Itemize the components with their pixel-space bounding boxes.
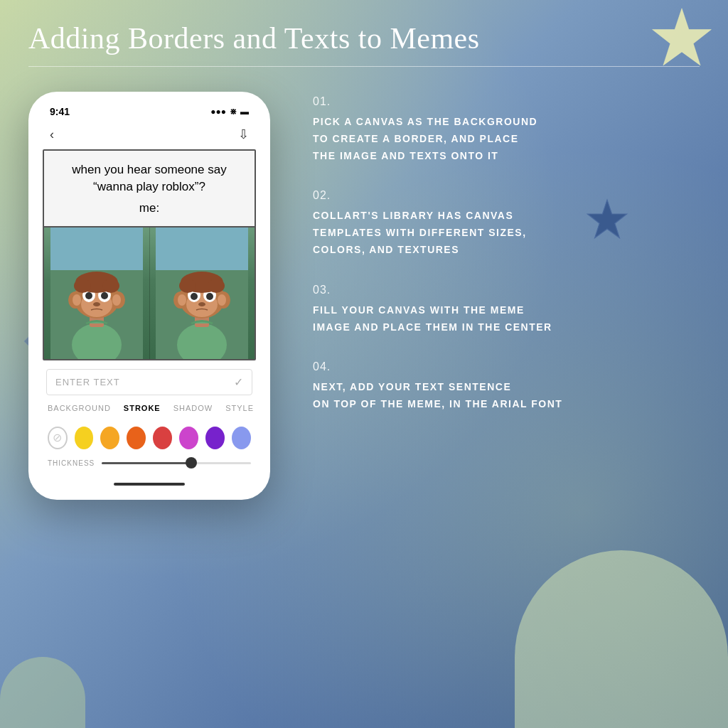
page-content: Adding Borders and Texts to Memes 9:41 ●… [0, 0, 728, 521]
phone-time: 9:41 [50, 106, 70, 117]
signal-icon: ●●● [210, 107, 226, 117]
phone-home-bar [114, 483, 185, 486]
checkmark-icon[interactable]: ✓ [234, 375, 243, 389]
tab-background[interactable]: BACKGROUND [48, 404, 111, 412]
svg-point-36 [191, 293, 198, 300]
thickness-slider-thumb[interactable] [186, 457, 197, 469]
text-input-section: ENTER TEXT ✓ BACKGROUND STROKE SHADOW ST… [39, 360, 259, 474]
svg-point-41 [208, 279, 225, 293]
thickness-slider-fill [102, 462, 191, 464]
color-none-swatch[interactable]: ⊘ [48, 427, 68, 449]
phone-container: 9:41 ●●● ⋇ ▬ ‹ ⇩ when you hear s [28, 92, 270, 500]
meme-text-line2: “wanna play roblox”? [51, 178, 247, 196]
status-icons: ●●● ⋇ ▬ [210, 107, 249, 117]
phone-status-bar: 9:41 ●●● ⋇ ▬ [39, 102, 259, 123]
svg-point-18 [101, 292, 108, 299]
svg-point-21 [74, 279, 91, 293]
instruction-04: 04. NEXT, ADD YOUR TEXT SENTENCEON TOP O… [313, 360, 700, 413]
title-divider [28, 66, 700, 67]
svg-point-19 [93, 302, 100, 306]
meme-text-line3: me: [51, 201, 247, 215]
instruction-02: 02. COLLART'S LIBRARY HAS CANVASTEMPLATE… [313, 189, 700, 258]
instruction-03-number: 03. [313, 284, 700, 296]
instruction-02-text: COLLART'S LIBRARY HAS CANVASTEMPLATES WI… [313, 208, 700, 258]
phone-mockup: 9:41 ●●● ⋇ ▬ ‹ ⇩ when you hear s [28, 92, 270, 500]
decorative-blob-right [515, 550, 728, 728]
monkey-left [44, 228, 150, 359]
instruction-03-text: FILL YOUR CANVAS WITH THE MEMEIMAGE AND … [313, 302, 700, 336]
color-yellow-light-swatch[interactable] [75, 427, 94, 449]
instruction-01-number: 01. [313, 95, 700, 108]
color-orange-swatch[interactable] [127, 427, 146, 449]
color-magenta-swatch[interactable] [179, 427, 198, 449]
meme-text-area: when you hear someone say “wanna play ro… [44, 151, 255, 228]
thickness-slider-track[interactable] [102, 462, 251, 464]
instruction-04-number: 04. [313, 360, 700, 373]
enter-text-row[interactable]: ENTER TEXT ✓ [46, 369, 252, 395]
svg-point-30 [178, 294, 186, 306]
svg-point-22 [102, 279, 119, 293]
tab-style[interactable]: STYLE [225, 404, 254, 412]
color-yellow-swatch[interactable] [100, 427, 119, 449]
meme-image-area [44, 228, 255, 359]
download-button[interactable]: ⇩ [238, 127, 249, 142]
instructions-panel: 01. PICK A CANVAS AS THE BACKGROUNDTO CR… [313, 92, 700, 438]
color-swatches-row: ⊘ [46, 422, 252, 454]
instruction-02-number: 02. [313, 189, 700, 202]
meme-content-area: when you hear someone say “wanna play ro… [43, 149, 256, 360]
instruction-01-text: PICK A CANVAS AS THE BACKGROUNDTO CREATE… [313, 114, 700, 164]
instruction-03: 03. FILL YOUR CANVAS WITH THE MEMEIMAGE … [313, 284, 700, 336]
monkey-svg-left [50, 228, 143, 359]
svg-point-13 [112, 294, 121, 306]
instruction-01: 01. PICK A CANVAS AS THE BACKGROUNDTO CR… [313, 95, 700, 164]
meme-text-line1: when you hear someone say [51, 161, 247, 178]
enter-text-placeholder: ENTER TEXT [55, 377, 234, 387]
color-purple-light-swatch[interactable] [232, 427, 251, 449]
page-title: Adding Borders and Texts to Memes [28, 21, 700, 55]
monkey-svg-right [156, 228, 248, 359]
svg-point-32 [218, 294, 226, 306]
svg-point-37 [206, 293, 213, 300]
svg-point-11 [73, 294, 81, 306]
svg-point-38 [198, 302, 205, 306]
back-button[interactable]: ‹ [50, 127, 54, 142]
tab-stroke[interactable]: STROKE [124, 404, 161, 412]
color-purple-dark-swatch[interactable] [205, 427, 225, 449]
svg-point-40 [179, 279, 196, 293]
decorative-blob-left [0, 657, 85, 728]
instruction-04-text: NEXT, ADD YOUR TEXT SENTENCEON TOP OF TH… [313, 379, 700, 413]
thickness-label: THICKNESS [48, 459, 95, 467]
tab-shadow[interactable]: SHADOW [173, 404, 213, 412]
color-red-swatch[interactable] [153, 427, 172, 449]
battery-icon: ▬ [240, 107, 249, 117]
stroke-tabs-row: BACKGROUND STROKE SHADOW STYLE [46, 401, 252, 415]
wifi-icon: ⋇ [230, 107, 237, 117]
monkey-right [150, 228, 255, 359]
main-layout: 9:41 ●●● ⋇ ▬ ‹ ⇩ when you hear s [28, 92, 700, 500]
svg-point-17 [85, 292, 92, 299]
thickness-row: THICKNESS [46, 454, 252, 471]
phone-nav-bar: ‹ ⇩ [39, 123, 259, 149]
